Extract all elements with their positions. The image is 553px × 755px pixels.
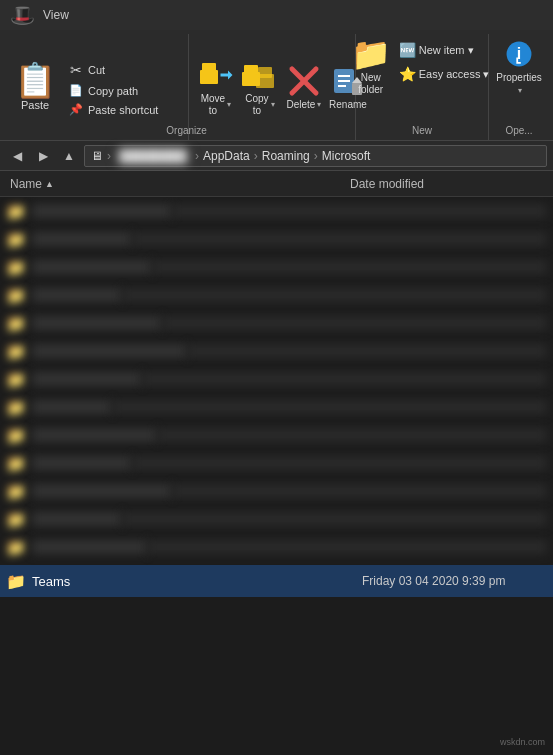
new-item-icon: 🆕	[399, 42, 415, 58]
copy-path-label: Copy path	[88, 85, 138, 97]
file-date	[187, 344, 547, 358]
ribbon: 📋 Paste ✂ Cut 📄 Copy path 📌 Paste shortc…	[0, 30, 553, 141]
file-date	[162, 316, 547, 330]
paste-shortcut-icon: 📌	[68, 103, 84, 116]
cut-label: Cut	[88, 64, 105, 76]
title-bar: 🎩 View	[0, 0, 553, 30]
easy-access-button[interactable]: ⭐ Easy access ▾	[395, 64, 494, 84]
file-date	[112, 400, 547, 414]
file-list: 📁 📁 📁 📁	[0, 197, 553, 755]
paste-label: Paste	[21, 99, 49, 111]
svg-marker-2	[220, 71, 232, 80]
delete-icon	[286, 63, 322, 99]
new-group-content: 📁 Newfolder 🆕 New item ▾ ⭐ Easy access ▾	[351, 36, 494, 125]
file-item[interactable]: 📁	[0, 449, 553, 477]
file-item[interactable]: 📁	[0, 505, 553, 533]
properties-icon: i	[503, 38, 535, 70]
copy-to-label: Copyto ▾	[245, 93, 274, 117]
new-group: 📁 Newfolder 🆕 New item ▾ ⭐ Easy access ▾…	[356, 34, 489, 140]
file-date	[172, 484, 547, 498]
folder-icon: 📁	[6, 202, 26, 221]
copy-to-button[interactable]: Copyto ▾	[239, 55, 281, 119]
back-button[interactable]: ◀	[6, 145, 28, 167]
breadcrumb[interactable]: 🖥 › ████████ › AppData › Roaming › Micro…	[84, 145, 547, 167]
new-folder-button[interactable]: 📁 Newfolder	[351, 36, 391, 98]
properties-button[interactable]: i Properties▾	[492, 36, 546, 98]
file-name	[32, 344, 187, 358]
file-item[interactable]: 📁	[0, 197, 553, 225]
folder-icon: 📁	[6, 314, 26, 333]
cut-icon: ✂	[68, 62, 84, 78]
cut-button[interactable]: ✂ Cut	[64, 60, 162, 80]
up-button[interactable]: ▲	[58, 145, 80, 167]
file-item[interactable]: 📁	[0, 533, 553, 561]
column-headers: Name ▲ Date modified	[0, 171, 553, 197]
file-date	[122, 288, 547, 302]
copy-path-button[interactable]: 📄 Copy path	[64, 82, 162, 99]
move-to-icon	[198, 57, 234, 93]
file-date	[152, 260, 547, 274]
paste-shortcut-label: Paste shortcut	[88, 104, 158, 116]
address-bar: ◀ ▶ ▲ 🖥 › ████████ › AppData › Roaming ›…	[0, 141, 553, 171]
folder-icon: 📁	[6, 258, 26, 277]
file-name	[32, 232, 132, 246]
copy-to-icon	[242, 57, 278, 93]
teams-file-item[interactable]: 📁 Teams Friday 03 04 2020 9:39 pm	[0, 565, 553, 597]
file-item[interactable]: 📁	[0, 281, 553, 309]
new-group-label: New	[412, 125, 432, 138]
folder-icon: 📁	[6, 230, 26, 249]
forward-button[interactable]: ▶	[32, 145, 54, 167]
folder-icon: 📁	[6, 426, 26, 445]
delete-label: Delete▾	[286, 99, 321, 111]
folder-icon: 📁	[6, 342, 26, 361]
paste-button[interactable]: 📋 Paste	[10, 61, 60, 113]
copy-path-icon: 📄	[68, 84, 84, 97]
file-name	[32, 456, 132, 470]
file-date	[147, 540, 547, 554]
name-column-header[interactable]: Name ▲	[6, 175, 346, 193]
folder-icon: 📁	[6, 538, 26, 557]
file-date	[172, 204, 547, 218]
breadcrumb-user: ████████	[115, 149, 191, 163]
file-date	[132, 456, 547, 470]
file-item[interactable]: 📁	[0, 309, 553, 337]
breadcrumb-sep2: ›	[195, 149, 199, 163]
open-group-content: i Properties▾	[492, 36, 546, 125]
new-folder-label: Newfolder	[358, 72, 383, 96]
date-column-label: Date modified	[350, 177, 424, 191]
teams-file-date: Friday 03 04 2020 9:39 pm	[362, 574, 547, 588]
file-name	[32, 484, 172, 498]
breadcrumb-microsoft: Microsoft	[322, 149, 371, 163]
folder-icon: 📁	[6, 454, 26, 473]
file-date	[142, 372, 547, 386]
file-item[interactable]: 📁	[0, 337, 553, 365]
file-name	[32, 260, 152, 274]
file-item[interactable]: 📁	[0, 365, 553, 393]
paste-shortcut-button[interactable]: 📌 Paste shortcut	[64, 101, 162, 118]
svg-rect-1	[200, 70, 218, 84]
new-item-button[interactable]: 🆕 New item ▾	[395, 40, 494, 60]
new-folder-icon: 📁	[355, 38, 387, 70]
svg-rect-6	[256, 74, 274, 88]
move-to-button[interactable]: Moveto ▾	[195, 55, 237, 119]
sort-arrow-icon: ▲	[45, 179, 54, 189]
folder-icon: 📁	[6, 510, 26, 529]
folder-icon: 📁	[6, 370, 26, 389]
file-item[interactable]: 📁	[0, 253, 553, 281]
move-to-label: Moveto ▾	[201, 93, 231, 117]
new-item-label: New item ▾	[419, 44, 474, 57]
file-item[interactable]: 📁	[0, 393, 553, 421]
file-item[interactable]: 📁	[0, 421, 553, 449]
file-item[interactable]: 📁	[0, 477, 553, 505]
ribbon-content: 📋 Paste ✂ Cut 📄 Copy path 📌 Paste shortc…	[0, 30, 553, 140]
teams-folder-icon: 📁	[6, 572, 26, 591]
avatar-icon: 🎩	[10, 3, 35, 27]
move-copy-group: Moveto ▾ Copyto ▾	[189, 34, 356, 140]
file-item[interactable]: 📁	[0, 225, 553, 253]
paste-icon: 📋	[14, 63, 56, 97]
main-content: Name ▲ Date modified 📁 📁 📁	[0, 171, 553, 755]
date-column-header[interactable]: Date modified	[346, 175, 547, 193]
delete-button[interactable]: Delete▾	[283, 61, 325, 113]
open-group-label: Ope...	[505, 125, 532, 138]
folder-icon: 📁	[6, 398, 26, 417]
